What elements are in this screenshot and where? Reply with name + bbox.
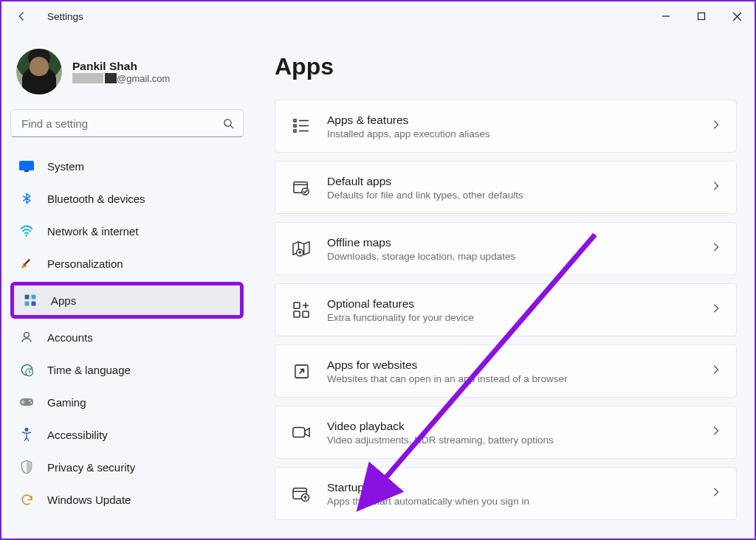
startup-icon: [292, 484, 311, 503]
list-icon: [292, 117, 311, 136]
video-icon: [292, 423, 311, 442]
sidebar-item-gaming[interactable]: Gaming: [10, 387, 244, 418]
svg-line-3: [230, 125, 233, 128]
card-title: Offline maps: [327, 236, 707, 249]
sidebar-item-label: Privacy & security: [47, 461, 135, 474]
back-button[interactable]: [12, 6, 32, 27]
svg-rect-5: [24, 170, 29, 172]
sidebar-item-personalization[interactable]: Personalization: [10, 248, 244, 279]
minimize-icon: [662, 12, 670, 21]
card-default-apps[interactable]: Default apps Defaults for file and link …: [275, 161, 737, 214]
svg-rect-10: [25, 302, 30, 306]
close-button[interactable]: [719, 1, 755, 31]
svg-point-16: [29, 400, 31, 402]
sidebar-item-system[interactable]: System: [10, 150, 244, 181]
svg-rect-19: [294, 120, 296, 122]
card-subtitle: Websites that can open in an app instead…: [327, 373, 707, 384]
chevron-right-icon: [712, 120, 720, 133]
card-subtitle: Extra functionality for your device: [327, 312, 707, 323]
svg-rect-8: [25, 295, 30, 300]
clock-globe-icon: [19, 362, 34, 377]
app-title: Settings: [47, 11, 83, 22]
card-text: Video playback Video adjustments, HDR st…: [327, 420, 707, 446]
card-text: Offline maps Downloads, storage location…: [327, 236, 707, 262]
chevron-right-icon: [712, 303, 720, 316]
user-info: Pankil Shah @gmail.com: [72, 60, 170, 84]
card-apps-websites[interactable]: Apps for websites Websites that can open…: [275, 345, 737, 398]
card-video-playback[interactable]: Video playback Video adjustments, HDR st…: [275, 406, 737, 459]
card-offline-maps[interactable]: Offline maps Downloads, storage location…: [275, 222, 737, 275]
sidebar-item-bluetooth[interactable]: Bluetooth & devices: [10, 183, 244, 214]
svg-point-17: [30, 402, 32, 404]
sidebar-item-accounts[interactable]: Accounts: [10, 322, 244, 353]
card-title: Apps & features: [327, 114, 707, 127]
accessibility-icon: [19, 427, 34, 442]
sidebar-item-label: Accessibility: [47, 429, 108, 441]
svg-rect-28: [294, 302, 300, 308]
sidebar-item-label: Windows Update: [47, 494, 131, 506]
sidebar-item-apps[interactable]: Apps: [14, 285, 240, 315]
person-icon: [19, 330, 34, 345]
svg-rect-4: [19, 161, 34, 170]
card-text: Optional features Extra functionality fo…: [327, 297, 707, 323]
search-icon: [222, 117, 235, 130]
svg-rect-11: [32, 302, 36, 306]
card-subtitle: Downloads, storage location, map updates: [327, 251, 707, 262]
sidebar-item-label: Gaming: [47, 396, 86, 409]
sidebar-item-label: Accounts: [47, 331, 93, 344]
svg-point-6: [26, 235, 28, 237]
open-external-icon: [292, 361, 311, 381]
card-subtitle: Defaults for file and link types, other …: [327, 190, 707, 201]
chevron-right-icon: [712, 242, 720, 255]
card-text: Default apps Defaults for file and link …: [327, 175, 707, 201]
sidebar-item-label: Apps: [51, 294, 76, 307]
minimize-button[interactable]: [648, 1, 684, 31]
back-arrow-icon: [16, 10, 29, 23]
svg-point-2: [224, 119, 230, 125]
search-button[interactable]: [217, 109, 239, 137]
svg-rect-32: [293, 428, 305, 437]
card-text: Apps & features Installed apps, app exec…: [327, 114, 707, 139]
sidebar-item-accessibility[interactable]: Accessibility: [10, 419, 244, 450]
gamepad-icon: [19, 395, 34, 409]
card-apps-features[interactable]: Apps & features Installed apps, app exec…: [275, 100, 737, 153]
svg-rect-9: [32, 295, 36, 300]
maximize-button[interactable]: [684, 1, 719, 31]
search-container: [10, 109, 244, 137]
chevron-right-icon: [712, 487, 720, 500]
display-icon: [19, 159, 34, 173]
sidebar-item-label: Personalization: [47, 257, 123, 270]
card-text: Apps for websites Websites that can open…: [327, 359, 707, 384]
card-title: Startup: [327, 481, 707, 494]
card-optional-features[interactable]: Optional features Extra functionality fo…: [275, 283, 737, 336]
sidebar-item-time[interactable]: Time & language: [10, 354, 244, 385]
page-title: Apps: [275, 53, 737, 80]
svg-point-12: [24, 333, 30, 338]
sidebar-item-network[interactable]: Network & internet: [10, 215, 244, 246]
paintbrush-icon: [19, 256, 34, 271]
svg-rect-29: [294, 311, 300, 317]
sidebar: Pankil Shah @gmail.com System: [1, 31, 252, 540]
sync-icon: [19, 492, 34, 507]
card-title: Default apps: [327, 175, 707, 188]
grid-plus-icon: [292, 300, 311, 319]
wifi-icon: [19, 224, 34, 238]
svg-rect-1: [698, 13, 705, 20]
sidebar-item-label: Time & language: [47, 364, 131, 376]
user-card[interactable]: Pankil Shah @gmail.com: [10, 31, 244, 109]
default-apps-icon: [292, 178, 311, 197]
sidebar-item-label: Bluetooth & devices: [47, 193, 145, 205]
window-controls: [648, 1, 755, 31]
svg-point-18: [25, 428, 28, 431]
svg-rect-30: [303, 311, 309, 317]
user-email: @gmail.com: [72, 73, 170, 84]
card-subtitle: Apps that start automatically when you s…: [327, 496, 707, 507]
annotation-highlight-apps: Apps: [10, 282, 244, 319]
maximize-icon: [697, 12, 706, 21]
sidebar-item-update[interactable]: Windows Update: [10, 484, 244, 515]
sidebar-item-privacy[interactable]: Privacy & security: [10, 451, 244, 482]
map-icon: [292, 239, 311, 258]
search-input[interactable]: [10, 109, 244, 137]
card-startup[interactable]: Startup Apps that start automatically wh…: [275, 467, 737, 520]
redacted-segment: [105, 73, 117, 83]
